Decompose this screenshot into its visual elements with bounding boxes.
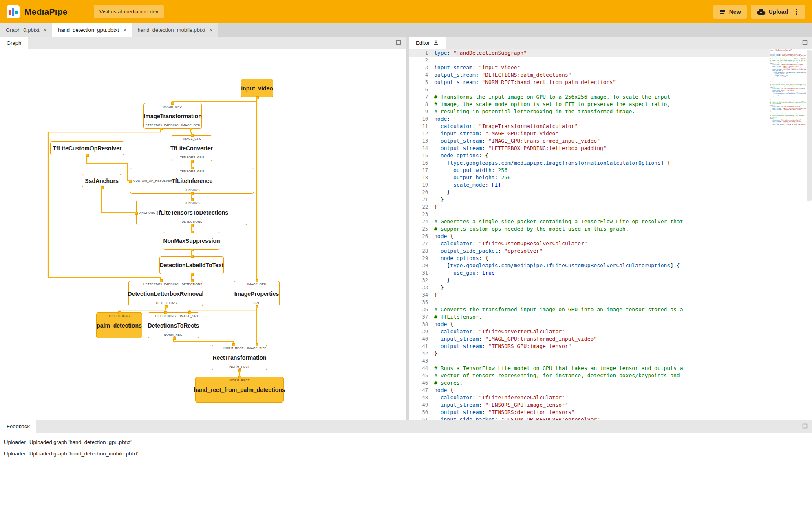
code-line-12[interactable]: 12 input_stream: "IMAGE_GPU:input_video" [409, 130, 770, 137]
port-label: DETECTIONS [155, 314, 176, 318]
code-line-27[interactable]: 27 calculator: "TfLiteCustomOpResolverCa… [409, 240, 770, 247]
file-tab-hand-detection-gpu[interactable]: hand_detection_gpu.pbtxt × [52, 23, 132, 37]
code-line-26[interactable]: 26node { [409, 233, 770, 240]
code-line-30[interactable]: 30 [type.googleapis.com/mediapipe.TfLite… [409, 262, 770, 269]
upload-button[interactable]: Upload ⋮ [751, 5, 805, 19]
code-line-40[interactable]: 40 input_stream: "IMAGE_GPU:transformed_… [409, 335, 770, 343]
code-text: node: { [428, 115, 457, 123]
graph-node-TfLiteInference[interactable]: TfLiteInferenceTENSORS_GPUTENSORSCUSTOM_… [130, 168, 254, 194]
file-tab-bar: Graph_0.pbtxt × hand_detection_gpu.pbtxt… [0, 23, 812, 37]
graph-node-RectTransformation[interactable]: RectTransformationNORM_RECTIMAGE_SIZENOR… [212, 345, 267, 370]
close-tab-icon[interactable]: × [43, 27, 47, 33]
code-line-33[interactable]: 33 } [409, 284, 770, 291]
code-line-19[interactable]: 19 scale_mode: FIT [409, 181, 770, 189]
line-number: 12 [409, 130, 428, 137]
graph-node-input_video[interactable]: input_video [241, 79, 273, 97]
line-number: 15 [409, 152, 428, 159]
editor-scrollbar[interactable] [806, 49, 812, 420]
graph-node-TfLiteTensorsToDetections[interactable]: TfLiteTensorsToDetectionsTENSORSDETECTIO… [136, 200, 247, 225]
minimap[interactable]: type: "HandDetectionSubgraph"input_strea… [770, 49, 806, 420]
graph-node-DetectionsToRects[interactable]: DetectionsToRectsDETECTIONSIMAGE_SIZENOR… [148, 312, 199, 338]
code-line-43[interactable]: 43 [409, 357, 770, 365]
code-line-32[interactable]: 32 } [409, 277, 770, 284]
line-number: 16 [409, 159, 428, 167]
code-lines: 1type: "HandDetectionSubgraph"23input_st… [409, 49, 770, 420]
expand-feedback-icon[interactable] [802, 423, 808, 429]
graph-node-hand_rect_from_palm_detections[interactable]: hand_rect_from_palm_detectionsNORM_RECT [195, 377, 284, 403]
code-line-44[interactable]: 44# Runs a TensorFlow Lite model on GPU … [409, 365, 770, 372]
code-line-17[interactable]: 17 output_width: 256 [409, 167, 770, 174]
graph-node-palm_detections[interactable]: palm_detectionsDETECTIONS [96, 312, 142, 338]
code-line-24[interactable]: 24# Generates a single side packet conta… [409, 218, 770, 225]
code-line-9[interactable]: 9# resulting in potential letterboxing i… [409, 108, 770, 115]
code-line-29[interactable]: 29 node_options: { [409, 255, 770, 262]
code-line-41[interactable]: 41 output_stream: "TENSORS_GPU:image_ten… [409, 343, 770, 350]
visit-chip[interactable]: Visit us at mediapipe.dev [94, 5, 164, 18]
expand-graph-icon[interactable] [396, 40, 402, 46]
code-line-10[interactable]: 10node: { [409, 115, 770, 123]
code-line-46[interactable]: 46# scores. [409, 379, 770, 387]
code-line-20[interactable]: 20 } [409, 189, 770, 196]
code-line-50[interactable]: 50 output_stream: "TENSORS:detection_ten… [409, 409, 770, 416]
code-line-15[interactable]: 15 node_options: { [409, 152, 770, 159]
port-marker [191, 255, 194, 258]
graph-canvas[interactable]: input_videoImageTransformationIMAGE_GPUL… [0, 49, 406, 420]
code-line-16[interactable]: 16 [type.googleapis.com/mediapipe.ImageT… [409, 159, 770, 167]
code-line-2[interactable]: 2 [409, 57, 770, 64]
code-line-25[interactable]: 25# supports custom ops needed by the mo… [409, 225, 770, 233]
more-options-icon[interactable]: ⋮ [793, 8, 800, 15]
code-line-48[interactable]: 48 calculator: "TfLiteInferenceCalculato… [409, 394, 770, 401]
graph-node-TfLiteCustomOpResolver[interactable]: TfLiteCustomOpResolver [50, 141, 124, 155]
code-line-28[interactable]: 28 output_side_packet: "opresolver" [409, 247, 770, 255]
graph-node-DetectionLetterboxRemoval[interactable]: DetectionLetterboxRemovalLETTERBOX_PADDI… [128, 281, 203, 306]
code-line-14[interactable]: 14 output_stream: "LETTERBOX_PADDING:let… [409, 145, 770, 152]
editor-tab[interactable]: Editor [409, 37, 446, 49]
code-line-38[interactable]: 38node { [409, 321, 770, 328]
code-line-1[interactable]: 1type: "HandDetectionSubgraph" [409, 49, 770, 57]
code-line-6[interactable]: 6 [409, 86, 770, 93]
code-line-42[interactable]: 42} [409, 350, 770, 357]
code-line-39[interactable]: 39 calculator: "TfLiteConverterCalculato… [409, 328, 770, 335]
code-line-51[interactable]: 51 input_side_packet: "CUSTOM_OP_RESOLVE… [409, 416, 770, 420]
code-line-36[interactable]: 36# Converts the transformed input image… [409, 306, 770, 313]
code-text: calculator: "TfLiteConverterCalculator" [428, 328, 565, 335]
code-line-34[interactable]: 34} [409, 291, 770, 299]
code-line-11[interactable]: 11 calculator: "ImageTransformationCalcu… [409, 123, 770, 130]
graph-node-DetectionLabelIdToText[interactable]: DetectionLabelIdToText [159, 256, 224, 274]
file-tab-graph-0[interactable]: Graph_0.pbtxt × [0, 23, 52, 37]
line-number: 22 [409, 203, 428, 211]
graph-node-SsdAnchors[interactable]: SsdAnchors [82, 174, 121, 187]
port-label: TENSORS [184, 201, 200, 205]
code-line-18[interactable]: 18 output_height: 256 [409, 174, 770, 181]
code-line-22[interactable]: 22} [409, 203, 770, 211]
code-line-35[interactable]: 35 [409, 299, 770, 306]
graph-node-NonMaxSuppression[interactable]: NonMaxSuppression [163, 232, 220, 250]
code-line-13[interactable]: 13 output_stream: "IMAGE_GPU:transformed… [409, 137, 770, 145]
expand-editor-icon[interactable] [802, 40, 808, 46]
download-icon[interactable] [433, 40, 439, 47]
file-tab-hand-detection-mobile[interactable]: hand_detection_mobile.pbtxt × [132, 23, 218, 37]
graph-node-TfLiteConverter[interactable]: TfLiteConverterIMAGE_GPUTENSORS_GPU [171, 135, 212, 161]
code-line-3[interactable]: 3input_stream: "input_video" [409, 64, 770, 71]
code-line-21[interactable]: 21 } [409, 196, 770, 203]
code-line-37[interactable]: 37# TfLiteTensor. [409, 313, 770, 321]
graph-tab[interactable]: Graph [0, 37, 28, 49]
new-button[interactable]: New [713, 5, 747, 19]
code-line-5[interactable]: 5output_stream: "NORM_RECT:hand_rect_fro… [409, 79, 770, 86]
code-line-8[interactable]: 8# image, the scale_mode option is set t… [409, 101, 770, 108]
code-line-47[interactable]: 47node { [409, 387, 770, 394]
visit-link[interactable]: mediapipe.dev [124, 9, 159, 15]
scrollbar-thumb[interactable] [807, 50, 812, 201]
graph-node-ImageProperties[interactable]: ImagePropertiesIMAGE_GPUSIZE [234, 281, 280, 306]
code-line-45[interactable]: 45# vector of tensors representing, for … [409, 372, 770, 379]
feedback-tab[interactable]: Feedback [0, 420, 36, 433]
code-line-23[interactable]: 23 [409, 211, 770, 218]
close-tab-icon[interactable]: × [210, 27, 213, 33]
code-line-4[interactable]: 4output_stream: "DETECTIONS:palm_detecti… [409, 71, 770, 79]
code-line-31[interactable]: 31 use_gpu: true [409, 269, 770, 277]
graph-node-ImageTransformation[interactable]: ImageTransformationIMAGE_GPULETTERBOX_PA… [143, 103, 202, 129]
port-marker [256, 96, 259, 99]
code-line-49[interactable]: 49 input_stream: "TENSORS_GPU:image_tens… [409, 401, 770, 409]
code-line-7[interactable]: 7# Transforms the input image on GPU to … [409, 93, 770, 101]
close-tab-icon[interactable]: × [123, 27, 127, 33]
